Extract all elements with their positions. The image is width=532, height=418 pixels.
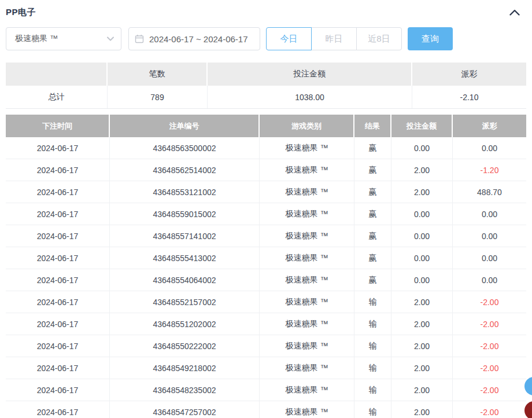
table-row: 2024-06-1743648562514002极速糖果 ™赢2.00-1.20 bbox=[6, 159, 526, 181]
cell-game-type: 极速糖果 ™ bbox=[260, 379, 354, 401]
cell-bet-amount: 2.00 bbox=[391, 159, 453, 181]
cell-payout: -2.00 bbox=[453, 335, 526, 357]
cell-result: 输 bbox=[354, 401, 391, 418]
filter-bar: 极速糖果 ™ 2024-06-17 ~ 2024-06-17 今日 昨日 bbox=[6, 27, 526, 50]
cell-bet-time: 2024-06-17 bbox=[6, 159, 110, 181]
cell-result: 输 bbox=[354, 357, 391, 379]
cell-game-type: 极速糖果 ™ bbox=[260, 181, 354, 203]
table-row: 2024-06-1743648547257002极速糖果 ™输2.00-2.00 bbox=[6, 401, 526, 418]
cell-bet-amount: 0.00 bbox=[391, 137, 453, 159]
cell-game-type: 极速糖果 ™ bbox=[260, 225, 354, 247]
table-row: 2024-06-1743648551202002极速糖果 ™输2.00-2.00 bbox=[6, 313, 526, 335]
cell-result: 输 bbox=[354, 313, 391, 335]
cell-payout: -2.00 bbox=[453, 379, 526, 401]
cell-bet-amount: 2.00 bbox=[391, 181, 453, 203]
cell-game-type: 极速糖果 ™ bbox=[260, 247, 354, 269]
cell-bet-time: 2024-06-17 bbox=[6, 225, 110, 247]
table-row: 2024-06-1743648548235002极速糖果 ™输2.00-2.00 bbox=[6, 379, 526, 401]
cell-bet-time: 2024-06-17 bbox=[6, 401, 110, 418]
cell-bet-id: 43648562514002 bbox=[110, 159, 260, 181]
cell-bet-id: 43648554064002 bbox=[110, 269, 260, 291]
cell-payout: 0.00 bbox=[453, 203, 526, 225]
cell-result: 输 bbox=[354, 335, 391, 357]
bet-table-header-row: 下注时间 注单编号 游戏类别 结果 投注金额 派彩 bbox=[6, 115, 526, 137]
header-result: 结果 bbox=[354, 115, 391, 137]
chevron-down-icon bbox=[107, 36, 114, 41]
summary-total-bet-amount: 1038.00 bbox=[208, 86, 412, 108]
bet-table-body: 2024-06-1743648563500002极速糖果 ™赢0.000.002… bbox=[6, 137, 526, 418]
table-row: 2024-06-1743648554064002极速糖果 ™赢0.000.00 bbox=[6, 269, 526, 291]
table-row: 2024-06-1743648550222002极速糖果 ™输2.00-2.00 bbox=[6, 335, 526, 357]
cell-bet-id: 43648549218002 bbox=[110, 357, 260, 379]
cell-payout: 0.00 bbox=[453, 225, 526, 247]
cell-bet-amount: 0.00 bbox=[391, 203, 453, 225]
table-row: 2024-06-1743648559015002极速糖果 ™赢0.000.00 bbox=[6, 203, 526, 225]
cell-bet-id: 43648553121002 bbox=[110, 181, 260, 203]
cell-game-type: 极速糖果 ™ bbox=[260, 313, 354, 335]
header-game-type: 游戏类别 bbox=[260, 115, 354, 137]
cell-bet-id: 43648555413002 bbox=[110, 247, 260, 269]
cell-bet-amount: 0.00 bbox=[391, 269, 453, 291]
cell-bet-id: 43648552157002 bbox=[110, 291, 260, 313]
cell-result: 赢 bbox=[354, 181, 391, 203]
cell-bet-id: 43648547257002 bbox=[110, 401, 260, 418]
cell-result: 赢 bbox=[354, 203, 391, 225]
summary-header-row: 笔数 投注金额 派彩 bbox=[6, 63, 526, 86]
cell-bet-time: 2024-06-17 bbox=[6, 357, 110, 379]
cell-payout: -2.00 bbox=[453, 401, 526, 418]
header-bet-time: 下注时间 bbox=[6, 115, 110, 137]
cell-result: 赢 bbox=[354, 137, 391, 159]
cell-payout: -1.20 bbox=[453, 159, 526, 181]
cell-game-type: 极速糖果 ™ bbox=[260, 159, 354, 181]
cell-bet-id: 43648563500002 bbox=[110, 137, 260, 159]
date-range-input[interactable]: 2024-06-17 ~ 2024-06-17 bbox=[128, 27, 260, 50]
summary-header-empty bbox=[6, 63, 108, 86]
cell-result: 输 bbox=[354, 291, 391, 313]
cell-result: 输 bbox=[354, 379, 391, 401]
cell-bet-time: 2024-06-17 bbox=[6, 203, 110, 225]
query-button[interactable]: 查询 bbox=[408, 27, 453, 50]
cell-payout: 0.00 bbox=[453, 247, 526, 269]
cell-bet-time: 2024-06-17 bbox=[6, 291, 110, 313]
cell-bet-amount: 2.00 bbox=[391, 401, 453, 418]
summary-header-payout: 派彩 bbox=[412, 63, 526, 86]
cell-payout: -2.00 bbox=[453, 313, 526, 335]
game-select[interactable]: 极速糖果 ™ bbox=[6, 27, 121, 50]
cell-bet-amount: 2.00 bbox=[391, 291, 453, 313]
cell-game-type: 极速糖果 ™ bbox=[260, 203, 354, 225]
cell-bet-amount: 0.00 bbox=[391, 247, 453, 269]
cell-game-type: 极速糖果 ™ bbox=[260, 269, 354, 291]
bet-records-table: 下注时间 注单编号 游戏类别 结果 投注金额 派彩 2024-06-174364… bbox=[6, 115, 526, 418]
cell-payout: 0.00 bbox=[453, 269, 526, 291]
cell-game-type: 极速糖果 ™ bbox=[260, 335, 354, 357]
summary-total-row: 总计 789 1038.00 -2.10 bbox=[6, 86, 526, 109]
summary-total-count: 789 bbox=[108, 86, 208, 108]
cell-result: 赢 bbox=[354, 247, 391, 269]
cell-payout: 488.70 bbox=[453, 181, 526, 203]
cell-bet-id: 43648551202002 bbox=[110, 313, 260, 335]
cell-bet-time: 2024-06-17 bbox=[6, 313, 110, 335]
cell-payout: 0.00 bbox=[453, 137, 526, 159]
today-button[interactable]: 今日 bbox=[266, 27, 312, 50]
cell-bet-time: 2024-06-17 bbox=[6, 269, 110, 291]
date-range-value: 2024-06-17 ~ 2024-06-17 bbox=[149, 34, 248, 44]
panel-header: PP电子 bbox=[6, 5, 526, 20]
cell-bet-time: 2024-06-17 bbox=[6, 379, 110, 401]
last-8-days-button[interactable]: 近8日 bbox=[356, 27, 402, 50]
header-bet-amount: 投注金额 bbox=[391, 115, 453, 137]
cell-bet-amount: 2.00 bbox=[391, 313, 453, 335]
cell-bet-amount: 0.00 bbox=[391, 225, 453, 247]
summary-header-bet-amount: 投注金额 bbox=[208, 63, 412, 86]
cell-bet-id: 43648548235002 bbox=[110, 379, 260, 401]
cell-game-type: 极速糖果 ™ bbox=[260, 291, 354, 313]
summary-total-label: 总计 bbox=[6, 86, 108, 108]
cell-bet-time: 2024-06-17 bbox=[6, 181, 110, 203]
cell-payout: -2.00 bbox=[453, 357, 526, 379]
table-row: 2024-06-1743648552157002极速糖果 ™输2.00-2.00 bbox=[6, 291, 526, 313]
cell-bet-id: 43648557141002 bbox=[110, 225, 260, 247]
calendar-icon bbox=[135, 34, 144, 43]
cell-bet-amount: 2.00 bbox=[391, 335, 453, 357]
table-row: 2024-06-1743648557141002极速糖果 ™赢0.000.00 bbox=[6, 225, 526, 247]
yesterday-button[interactable]: 昨日 bbox=[311, 27, 357, 50]
collapse-panel-button[interactable] bbox=[508, 5, 522, 19]
